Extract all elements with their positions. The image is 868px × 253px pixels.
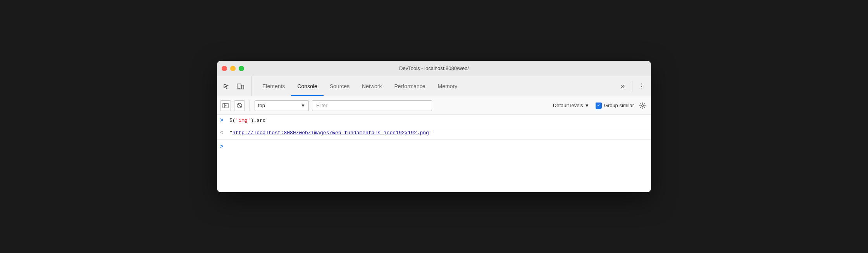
chevron-down-icon: ▼: [301, 103, 305, 108]
console-toolbar: top ▼ Default levels ▼ ✓ Group similar: [217, 96, 651, 115]
chevron-down-icon: ▼: [585, 103, 589, 108]
active-input-prompt: >: [220, 144, 226, 150]
console-filter-input[interactable]: [312, 100, 432, 111]
console-active-input[interactable]: >: [217, 140, 651, 154]
tab-bar-icons: [220, 76, 251, 96]
maximize-button[interactable]: [239, 66, 244, 71]
tab-elements[interactable]: Elements: [256, 76, 291, 96]
group-similar-area: ✓ Group similar: [596, 103, 634, 109]
show-console-sidebar-button[interactable]: [220, 100, 231, 111]
svg-line-7: [238, 104, 241, 108]
console-output-text-1: "http://localhost:8080/web/images/web-fu…: [229, 130, 432, 136]
svg-marker-5: [226, 105, 227, 106]
more-tabs-button[interactable]: »: [617, 80, 629, 92]
tab-console[interactable]: Console: [291, 76, 323, 96]
toolbar-divider-1: [250, 100, 250, 111]
filter-text-input[interactable]: [316, 103, 428, 108]
log-levels-selector[interactable]: Default levels ▼: [550, 100, 592, 111]
group-similar-checkbox[interactable]: ✓: [596, 103, 602, 109]
console-output-line-1: < "http://localhost:8080/web/images/web-…: [217, 127, 651, 140]
console-output: > $('img').src < "http://localhost:8080/…: [217, 115, 651, 192]
console-input-line-1: > $('img').src: [217, 115, 651, 127]
svg-point-8: [642, 104, 644, 106]
inspect-element-icon[interactable]: [220, 80, 232, 92]
devtools-menu-button[interactable]: ⋮: [636, 80, 648, 92]
tab-network[interactable]: Network: [356, 76, 388, 96]
console-link-1[interactable]: http://localhost:8080/web/images/web-fun…: [232, 130, 429, 136]
title-bar: DevTools - localhost:8080/web/: [217, 61, 651, 76]
console-code-1: $('img').src: [229, 118, 266, 123]
clear-console-button[interactable]: [234, 100, 245, 111]
device-toolbar-icon[interactable]: [234, 80, 246, 92]
tab-bar-divider: [632, 81, 632, 92]
tab-memory[interactable]: Memory: [432, 76, 464, 96]
tab-performance[interactable]: Performance: [388, 76, 431, 96]
output-prompt-1: <: [220, 130, 226, 136]
tab-sources[interactable]: Sources: [324, 76, 356, 96]
console-settings-button[interactable]: [637, 100, 648, 111]
tabs-container: Elements Console Sources Network Perform…: [256, 76, 615, 96]
minimize-button[interactable]: [230, 66, 236, 71]
devtools-window: DevTools - localhost:8080/web/ Elements: [217, 61, 651, 192]
execution-context-selector[interactable]: top ▼: [255, 100, 309, 111]
svg-rect-1: [241, 85, 244, 89]
console-repl-input[interactable]: [229, 144, 648, 150]
tab-bar-right: » ⋮: [617, 76, 648, 96]
input-prompt-1: >: [220, 117, 226, 123]
close-button[interactable]: [222, 66, 227, 71]
tab-bar: Elements Console Sources Network Perform…: [217, 76, 651, 96]
window-title: DevTools - localhost:8080/web/: [399, 65, 469, 71]
traffic-lights: [222, 66, 244, 71]
